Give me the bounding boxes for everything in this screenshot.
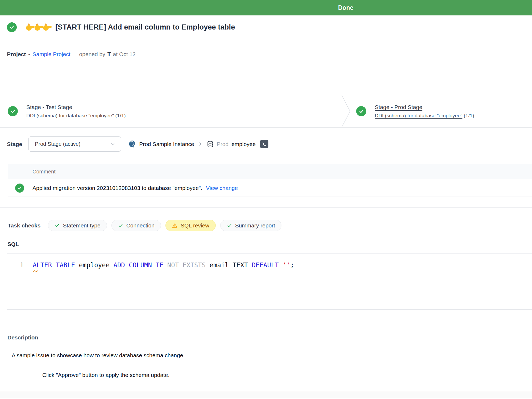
- view-change-link[interactable]: View change: [206, 185, 238, 191]
- task-check-pill-label: Summary report: [235, 222, 275, 229]
- task-check-pill-summary-report[interactable]: Summary report: [220, 220, 282, 231]
- sql-code-line: ALTER TABLE employee ADD COLUMN IF NOT E…: [33, 261, 294, 270]
- sql-code-block[interactable]: 1 ALTER TABLE employee ADD COLUMN IF NOT…: [7, 253, 532, 310]
- section-divider: [0, 197, 532, 208]
- task-check-pill-label: Statement type: [63, 222, 100, 229]
- stage-chevron-separator-icon: [341, 95, 351, 128]
- task-checks-section: Task checks Statement typeConnectionSQL …: [0, 220, 532, 310]
- task-check-pill-statement-type[interactable]: Statement type: [48, 220, 107, 231]
- sql-token: '': [282, 261, 290, 269]
- point-right-emoji-icon: [43, 23, 52, 31]
- chevron-down-icon: [110, 142, 115, 147]
- description-section: Description A sample issue to showcase h…: [0, 321, 532, 391]
- task-check-pill-sql-review[interactable]: SQL review: [165, 220, 216, 231]
- terminal-icon: [262, 142, 267, 147]
- database-env-label: Prod: [217, 141, 228, 147]
- opened-by-prefix: opened by: [79, 50, 105, 58]
- task-check-pills: Statement typeConnectionSQL reviewSummar…: [48, 220, 281, 231]
- stage-card-test-stage[interactable]: Stage - Test Stage DDL(schema) for datab…: [8, 95, 126, 127]
- comment-text: Applied migration version 20231012083103…: [32, 185, 202, 191]
- issue-status-check-circle-icon: [7, 22, 17, 32]
- stage-select-label: Stage: [7, 141, 22, 147]
- comment-table-row: Applied migration version 20231012083103…: [8, 179, 532, 197]
- issue-opener: T: [107, 50, 111, 58]
- section-divider: [0, 310, 532, 321]
- status-done-label: Done: [338, 0, 354, 15]
- description-paragraph: Click "Approve" button to apply the sche…: [42, 371, 532, 379]
- line-number: 1: [7, 261, 24, 270]
- check-icon: [118, 223, 123, 228]
- issue-title: [START HERE] Add email column to Employe…: [55, 23, 235, 31]
- warning-triangle-icon: [172, 223, 178, 228]
- stage-status-check-circle-icon: [8, 106, 18, 116]
- sql-token: employee: [75, 261, 114, 269]
- database-breadcrumb: Prod Sample Instance Prod employee: [128, 140, 268, 148]
- comment-status-check-circle-icon: [15, 184, 24, 193]
- check-icon: [227, 223, 232, 228]
- stage-selector-row: Stage Prod Stage (active) Prod Sample In…: [0, 128, 532, 164]
- point-right-emoji-icons: [26, 23, 51, 31]
- task-check-pill-connection[interactable]: Connection: [111, 220, 161, 231]
- issue-detail-page: Done [START HERE] Add email column to Em…: [0, 0, 532, 399]
- description-paragraph: A sample issue to showcase how to review…: [12, 352, 532, 359]
- database-name[interactable]: employee: [231, 141, 256, 147]
- point-right-emoji-icon: [34, 23, 44, 31]
- task-check-pill-label: SQL review: [181, 222, 209, 229]
- stage-test-subtitle: DDL(schema) for database "employee" (1/1…: [26, 112, 126, 119]
- description-heading: Description: [7, 334, 532, 342]
- sql-token: DEFAULT: [252, 261, 279, 269]
- comment-table-header: Comment: [8, 164, 532, 179]
- sql-heading: SQL: [7, 240, 532, 248]
- sql-token: ADD COLUMN IF: [113, 261, 163, 269]
- instance-name[interactable]: Prod Sample Instance: [139, 141, 194, 147]
- stage-status-check-circle-icon: [356, 106, 366, 116]
- project-name-link[interactable]: Sample Project: [32, 50, 70, 58]
- sql-token: ;: [290, 261, 294, 269]
- footer-strip: [0, 391, 532, 398]
- sql-token: ALTER TABLE: [33, 261, 75, 269]
- stage-prod-subtitle-count: (1/1): [464, 113, 474, 118]
- project-label: Project: [7, 50, 26, 58]
- check-icon: [54, 223, 60, 228]
- sql-token: email TEXT: [206, 261, 252, 269]
- opened-by-group: opened by T at Oct 12: [79, 50, 136, 58]
- project-row: Project - Sample Project opened by T at …: [0, 39, 532, 95]
- task-check-pill-label: Connection: [126, 222, 155, 229]
- database-icon: [207, 140, 214, 148]
- opened-at: at Oct 12: [113, 50, 136, 58]
- task-checks-label: Task checks: [8, 222, 40, 229]
- open-sql-editor-button[interactable]: [260, 140, 268, 148]
- postgresql-icon: [128, 140, 136, 148]
- comment-table: Comment Applied migration version 202310…: [8, 164, 532, 197]
- breadcrumb-chevron-icon: [198, 142, 203, 147]
- stage-pipeline: Stage - Test Stage DDL(schema) for datab…: [0, 95, 532, 128]
- sql-token: NOT EXISTS: [163, 261, 206, 269]
- project-dash: -: [28, 50, 30, 58]
- point-right-emoji-icon: [26, 23, 35, 31]
- stage-test-title: Stage - Test Stage: [26, 103, 126, 111]
- status-banner: Done: [0, 0, 532, 15]
- sql-review-squiggle-icon: [33, 270, 38, 272]
- stage-select-dropdown[interactable]: Prod Stage (active): [28, 136, 121, 152]
- stage-prod-subtitle-link[interactable]: DDL(schema) for database "employee": [375, 113, 462, 118]
- stage-select-value: Prod Stage (active): [35, 141, 80, 147]
- sql-token: [279, 261, 282, 269]
- issue-title-row: [START HERE] Add email column to Employe…: [0, 15, 532, 39]
- stage-prod-title-link[interactable]: Stage - Prod Stage: [375, 103, 474, 111]
- stage-card-prod-stage[interactable]: Stage - Prod Stage DDL(schema) for datab…: [356, 95, 474, 127]
